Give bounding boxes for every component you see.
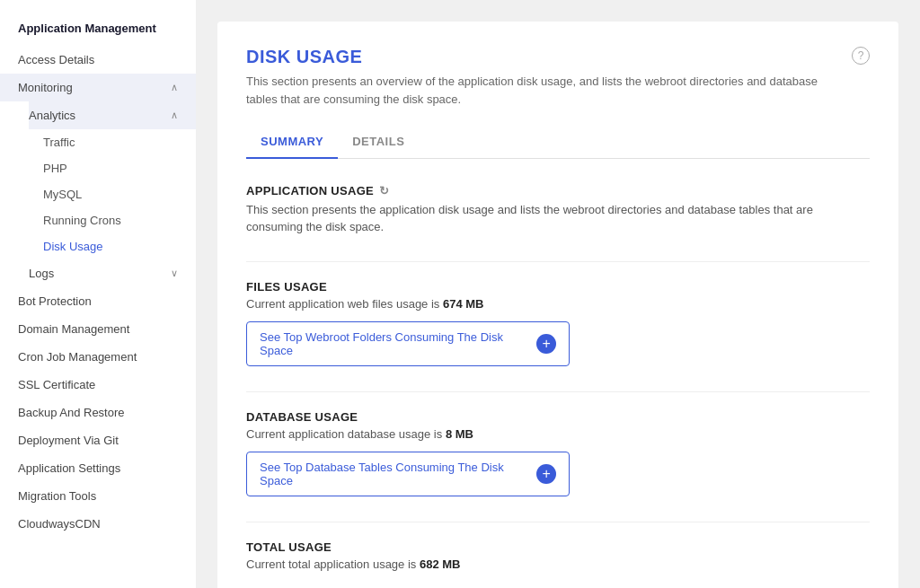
application-usage-section: APPLICATION USAGE ↻ This section present… xyxy=(246,184,870,236)
sidebar-item-ssl-certificate[interactable]: SSL Certificate xyxy=(0,371,196,399)
sidebar-item-deployment-via-git[interactable]: Deployment Via Git xyxy=(0,426,196,454)
sidebar-item-logs[interactable]: Logs ∨ xyxy=(29,259,196,287)
sidebar-item-label: Migration Tools xyxy=(18,489,96,503)
sidebar-item-label: PHP xyxy=(43,162,67,175)
sidebar-item-label: Bot Protection xyxy=(18,294,92,308)
application-usage-description: This section presents the application di… xyxy=(246,201,857,236)
tabs: SUMMARY DETAILS xyxy=(246,126,870,159)
sidebar-item-label: SSL Certificate xyxy=(18,378,95,391)
sidebar-item-domain-management[interactable]: Domain Management xyxy=(0,315,196,343)
page-title: DISK USAGE xyxy=(246,47,852,67)
sidebar-item-label: Cron Job Management xyxy=(18,350,137,364)
files-usage-title: FILES USAGE xyxy=(246,280,870,294)
divider-2 xyxy=(246,391,870,392)
help-icon[interactable]: ? xyxy=(852,47,870,65)
sidebar-item-label: Monitoring xyxy=(18,81,73,94)
refresh-icon[interactable]: ↻ xyxy=(379,184,389,197)
sidebar-item-label: Domain Management xyxy=(18,322,129,336)
sidebar-analytics-group: Analytics ∧ Traffic PHP MySQL Running Cr… xyxy=(0,101,196,287)
sidebar-item-label: Analytics xyxy=(29,109,75,122)
webroot-folders-button[interactable]: See Top Webroot Folders Consuming The Di… xyxy=(246,321,570,366)
sidebar-item-mysql[interactable]: MySQL xyxy=(43,181,196,207)
total-usage-title: TOTAL USAGE xyxy=(246,540,870,554)
sidebar-item-backup-restore[interactable]: Backup And Restore xyxy=(0,399,196,426)
sidebar-item-monitoring[interactable]: Monitoring ∧ xyxy=(0,74,196,101)
chevron-up-icon: ∧ xyxy=(171,110,178,121)
sidebar-item-label: Traffic xyxy=(43,136,75,149)
sidebar-item-application-settings[interactable]: Application Settings xyxy=(0,454,196,482)
files-usage-description: Current application web files usage is 6… xyxy=(246,297,870,311)
sidebar-item-label: Running Crons xyxy=(43,214,121,227)
sidebar-item-cloudways-cdn[interactable]: CloudwaysCDN xyxy=(0,510,196,538)
plus-icon-2: + xyxy=(536,464,556,484)
sidebar-item-label: Disk Usage xyxy=(43,240,102,253)
sidebar: Application Management Access Details Mo… xyxy=(0,0,196,588)
sidebar-item-traffic[interactable]: Traffic xyxy=(43,129,196,155)
sidebar-item-bot-protection[interactable]: Bot Protection xyxy=(0,287,196,315)
sidebar-item-label: Deployment Via Git xyxy=(18,434,119,447)
sidebar-item-running-crons[interactable]: Running Crons xyxy=(43,207,196,233)
files-usage-block: FILES USAGE Current application web file… xyxy=(246,280,870,366)
divider-3 xyxy=(246,522,870,522)
sidebar-item-label: Logs xyxy=(29,267,54,280)
database-usage-description: Current application database usage is 8 … xyxy=(246,427,870,441)
sidebar-item-label: CloudwaysCDN xyxy=(18,517,101,531)
content-card: DISK USAGE This section presents an over… xyxy=(217,22,898,588)
sidebar-item-access-details[interactable]: Access Details xyxy=(0,46,196,74)
sidebar-item-label: MySQL xyxy=(43,188,82,201)
sidebar-item-label: Backup And Restore xyxy=(18,406,125,419)
application-usage-title: APPLICATION USAGE ↻ xyxy=(246,184,870,197)
sidebar-item-migration-tools[interactable]: Migration Tools xyxy=(0,482,196,510)
sidebar-item-disk-usage[interactable]: Disk Usage xyxy=(43,233,196,259)
page-header: DISK USAGE This section presents an over… xyxy=(246,47,870,108)
database-usage-block: DATABASE USAGE Current application datab… xyxy=(246,410,870,496)
plus-icon: + xyxy=(536,334,556,354)
database-usage-title: DATABASE USAGE xyxy=(246,410,870,424)
sidebar-item-php[interactable]: PHP xyxy=(43,155,196,181)
tab-details[interactable]: DETAILS xyxy=(338,126,419,159)
total-usage-description: Current total application usage is 682 M… xyxy=(246,557,870,571)
sidebar-item-analytics[interactable]: Analytics ∧ xyxy=(29,101,196,129)
page-description: This section presents an overview of the… xyxy=(246,73,852,108)
page-header-text: DISK USAGE This section presents an over… xyxy=(246,47,852,108)
tab-summary[interactable]: SUMMARY xyxy=(246,126,338,159)
sidebar-item-label: Access Details xyxy=(18,53,94,66)
divider xyxy=(246,261,870,262)
database-tables-button[interactable]: See Top Database Tables Consuming The Di… xyxy=(246,452,570,496)
sidebar-item-cron-job-management[interactable]: Cron Job Management xyxy=(0,343,196,371)
total-usage-block: TOTAL USAGE Current total application us… xyxy=(246,540,870,571)
sidebar-title: Application Management xyxy=(0,14,196,46)
sidebar-analytics-subitems: Traffic PHP MySQL Running Crons Disk Usa… xyxy=(29,129,196,259)
main-content: DISK USAGE This section presents an over… xyxy=(196,0,920,588)
chevron-up-icon: ∧ xyxy=(171,82,178,93)
chevron-down-icon: ∨ xyxy=(171,268,178,279)
sidebar-item-label: Application Settings xyxy=(18,461,120,475)
